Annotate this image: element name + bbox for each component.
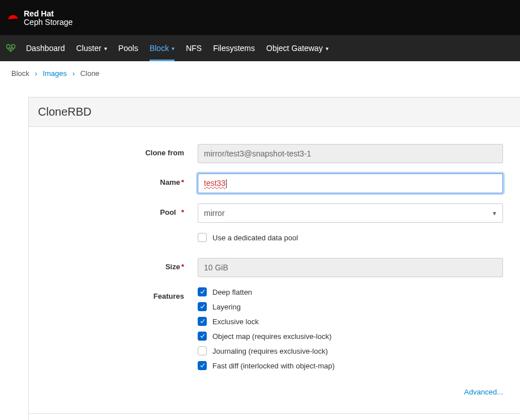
panel-title: CloneRBD xyxy=(29,97,520,127)
main-panel: CloneRBD Clone from Name* test33 Pool * xyxy=(28,97,520,420)
feature-checkbox[interactable] xyxy=(198,302,207,311)
health-icon[interactable] xyxy=(6,35,20,61)
feature-label: Exclusive lock xyxy=(212,317,259,326)
breadcrumb-clone: Clone xyxy=(80,69,100,78)
name-label: Name* xyxy=(29,173,198,186)
nav-block[interactable]: Block ▾ xyxy=(144,35,180,61)
features-label: Features xyxy=(29,287,198,300)
nav-nfs[interactable]: NFS xyxy=(180,35,207,61)
nav-pools[interactable]: Pools xyxy=(113,35,144,61)
topbar: Red Hat Ceph Storage xyxy=(0,0,520,35)
brand-name-bottom: Ceph Storage xyxy=(24,18,73,26)
nav-filesystems[interactable]: Filesystems xyxy=(207,35,261,61)
dedicated-pool-checkbox[interactable] xyxy=(198,233,207,242)
brand-logo[interactable]: Red Hat Ceph Storage xyxy=(7,10,73,26)
advanced-link[interactable]: Advanced... xyxy=(464,388,503,396)
nav-object-gateway[interactable]: Object Gateway ▾ xyxy=(261,35,334,61)
navbar: Dashboard Cluster ▾ Pools Block ▾ NFS Fi… xyxy=(0,35,520,61)
brand-name-top: Red Hat xyxy=(24,10,73,18)
size-input xyxy=(198,258,503,277)
feature-checkbox[interactable] xyxy=(198,287,207,296)
clone-from-input xyxy=(198,144,503,163)
breadcrumb: Block › Images › Clone xyxy=(0,61,520,86)
feature-checkbox[interactable] xyxy=(198,346,207,355)
breadcrumb-images[interactable]: Images xyxy=(42,69,67,78)
pool-label: Pool * xyxy=(29,203,198,217)
feature-checkbox[interactable] xyxy=(198,361,207,370)
chevron-down-icon: ▾ xyxy=(104,45,107,52)
feature-checkbox[interactable] xyxy=(198,317,207,326)
feature-checkbox[interactable] xyxy=(198,332,207,341)
feature-label: Object map (requires exclusive-lock) xyxy=(212,332,331,341)
dedicated-pool-label: Use a dedicated data pool xyxy=(212,234,298,242)
nav-cluster[interactable]: Cluster ▾ xyxy=(71,35,113,61)
clone-from-label: Clone from xyxy=(29,144,198,157)
feature-label: Layering xyxy=(212,303,241,311)
feature-label: Journaling (requires exclusive-lock) xyxy=(212,347,328,355)
pool-select[interactable]: mirror xyxy=(198,203,503,223)
footer-actions: CloneRBD Cancel xyxy=(29,413,520,420)
chevron-right-icon: › xyxy=(73,69,75,78)
chevron-right-icon: › xyxy=(35,69,37,78)
size-label: Size* xyxy=(29,258,198,271)
redhat-icon xyxy=(7,13,19,22)
nav-dashboard[interactable]: Dashboard xyxy=(20,35,71,61)
form: Clone from Name* test33 Pool * mirror xyxy=(29,127,520,413)
name-input[interactable]: test33 xyxy=(198,173,503,193)
breadcrumb-block: Block xyxy=(11,69,29,78)
chevron-down-icon: ▾ xyxy=(172,45,174,52)
chevron-down-icon: ▾ xyxy=(326,45,329,52)
feature-label: Deep flatten xyxy=(212,288,252,296)
feature-label: Fast diff (interlocked with object-map) xyxy=(212,362,335,370)
features-list: Deep flattenLayeringExclusive lockObject… xyxy=(198,287,520,376)
